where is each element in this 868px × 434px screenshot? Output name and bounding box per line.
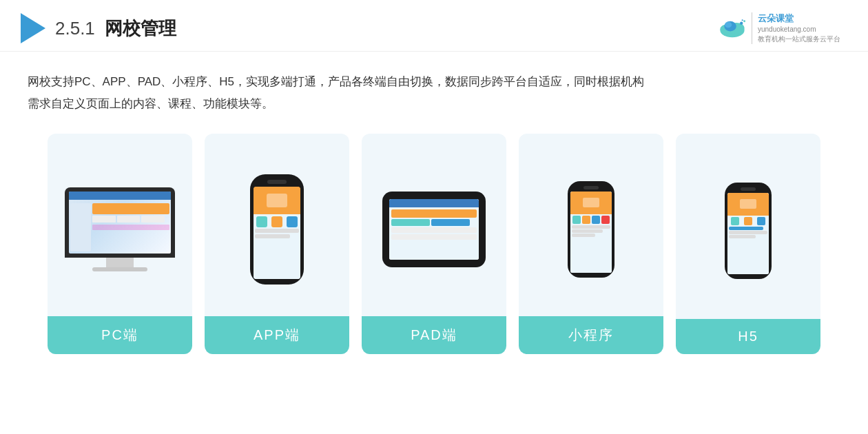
pc-stand bbox=[106, 258, 134, 267]
page-title: 2.5.1 网校管理 bbox=[55, 17, 176, 41]
card-pad: PAD端 bbox=[362, 134, 506, 354]
svg-point-4 bbox=[725, 22, 732, 28]
pc-monitor bbox=[65, 187, 175, 258]
mini-phone-mockup bbox=[568, 181, 614, 278]
card-label-pc: PC端 bbox=[48, 316, 192, 354]
section-number: 2.5.1 bbox=[55, 18, 95, 39]
header: 2.5.1 网校管理 bbox=[0, 0, 868, 52]
card-mini: 小程序 bbox=[519, 134, 663, 354]
h5-notch bbox=[741, 187, 756, 191]
header-right: 云朵课堂 yunduoketang.com 教育机构一站式服务云平台 bbox=[717, 12, 840, 44]
tablet-mockup bbox=[382, 192, 486, 267]
card-label-h5: H5 bbox=[676, 319, 820, 354]
card-label-app: APP端 bbox=[205, 316, 349, 354]
pc-base bbox=[92, 267, 147, 271]
card-h5: H5 bbox=[676, 134, 820, 354]
svg-point-6 bbox=[743, 20, 745, 22]
cards-container: PC端 bbox=[0, 127, 868, 375]
card-pc: PC端 bbox=[48, 134, 192, 354]
card-app: APP端 bbox=[205, 134, 349, 354]
svg-point-5 bbox=[740, 22, 743, 25]
mini-screen bbox=[570, 192, 612, 273]
brand-url: yunduoketang.com bbox=[758, 25, 840, 34]
header-left: 2.5.1 网校管理 bbox=[21, 13, 176, 43]
card-label-mini: 小程序 bbox=[519, 316, 663, 354]
app-phone-mockup bbox=[250, 174, 304, 285]
section-title: 网校管理 bbox=[105, 18, 176, 39]
mini-notch bbox=[583, 186, 599, 189]
device-area-mini bbox=[557, 134, 626, 316]
device-area-app bbox=[239, 134, 315, 316]
brand-text-block: 云朵课堂 yunduoketang.com 教育机构一站式服务云平台 bbox=[752, 12, 840, 44]
device-area-pc bbox=[54, 134, 186, 316]
h5-screen bbox=[727, 193, 769, 274]
page: 2.5.1 网校管理 bbox=[0, 0, 868, 434]
pc-screen-fill bbox=[69, 192, 171, 254]
card-label-pad: PAD端 bbox=[362, 316, 506, 354]
description-block: 网校支持PC、APP、PAD、小程序、H5，实现多端打通，产品各终端自由切换，数… bbox=[0, 52, 868, 127]
svg-point-7 bbox=[742, 19, 743, 21]
pc-mockup bbox=[65, 187, 175, 271]
phone-notch bbox=[267, 180, 287, 184]
desc-line1: 网校支持PC、APP、PAD、小程序、H5，实现多端打通，产品各终端自由切换，数… bbox=[28, 75, 644, 88]
h5-phone-mockup bbox=[725, 183, 772, 279]
desc-line2: 需求自定义页面上的内容、课程、功能模块等。 bbox=[28, 97, 273, 110]
brand-name: 云朵课堂 bbox=[758, 12, 840, 25]
tablet-screen bbox=[389, 199, 479, 260]
app-screen bbox=[254, 187, 300, 279]
pc-screen bbox=[69, 192, 171, 254]
device-area-h5 bbox=[714, 134, 783, 319]
device-area-pad bbox=[371, 134, 497, 316]
logo-triangle-icon bbox=[21, 13, 45, 43]
brand-tagline: 教育机构一站式服务云平台 bbox=[758, 34, 840, 44]
brand-logo: 云朵课堂 yunduoketang.com 教育机构一站式服务云平台 bbox=[717, 12, 840, 44]
description-text: 网校支持PC、APP、PAD、小程序、H5，实现多端打通，产品各终端自由切换，数… bbox=[28, 71, 840, 114]
brand-cloud-icon bbox=[717, 16, 747, 41]
app-screen-fill bbox=[254, 187, 300, 279]
